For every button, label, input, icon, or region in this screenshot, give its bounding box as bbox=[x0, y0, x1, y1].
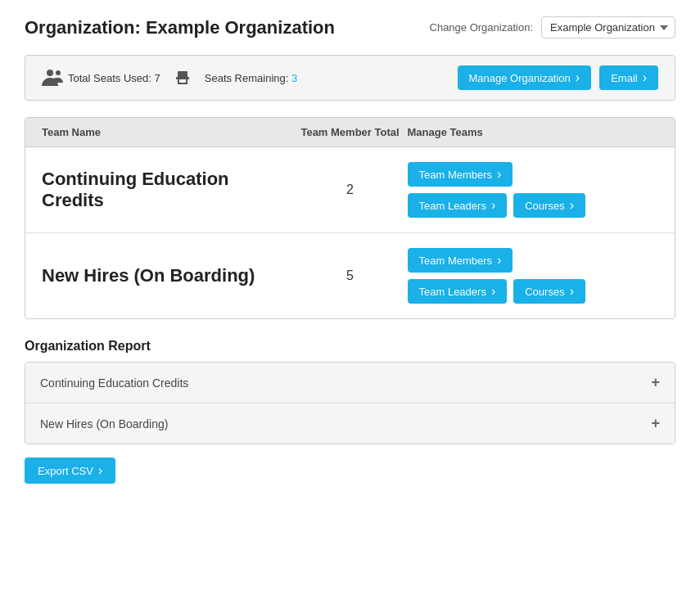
report-row-label-1: Continuing Education Credits bbox=[40, 376, 188, 390]
svg-rect-3 bbox=[176, 77, 189, 79]
report-accordion: Continuing Education Credits + New Hires… bbox=[25, 362, 675, 444]
team-leaders-btn-2[interactable]: Team Leaders bbox=[408, 279, 508, 304]
report-row-label-2: New Hires (On Boarding) bbox=[40, 417, 168, 430]
team-member-total-1: 2 bbox=[293, 183, 408, 197]
teams-table: Team Name Team Member Total Manage Teams… bbox=[25, 117, 675, 319]
team-manage-row-2: Team Leaders Courses bbox=[408, 279, 585, 304]
svg-rect-6 bbox=[178, 83, 187, 84]
change-org-area: Change Organization: Example Organizatio… bbox=[430, 16, 675, 38]
team-manage-btns-1: Team Members Team Leaders Courses bbox=[408, 162, 659, 218]
team-members-btn-2[interactable]: Team Members bbox=[408, 248, 513, 273]
page-title: Organization: Example Organization bbox=[25, 17, 335, 38]
export-csv-button[interactable]: Export CSV bbox=[25, 457, 115, 484]
chair-icon bbox=[174, 69, 192, 87]
total-seats-label: Total Seats Used: 7 bbox=[68, 72, 160, 84]
change-org-label: Change Organization: bbox=[430, 21, 533, 34]
org-report-title: Organization Report bbox=[25, 339, 675, 354]
report-row-1[interactable]: Continuing Education Credits + bbox=[25, 363, 675, 403]
stats-bar: Total Seats Used: 7 Seats Remaining: 3 M… bbox=[25, 55, 675, 101]
courses-btn-2[interactable]: Courses bbox=[513, 279, 585, 304]
svg-point-0 bbox=[47, 70, 53, 76]
stats-right: Manage Organization Email bbox=[458, 65, 658, 90]
col-manage-teams: Manage Teams bbox=[408, 126, 659, 138]
teams-table-header: Team Name Team Member Total Manage Teams bbox=[25, 118, 675, 147]
team-members-btn-1[interactable]: Team Members bbox=[408, 162, 513, 187]
stats-left: Total Seats Used: 7 Seats Remaining: 3 bbox=[42, 68, 297, 88]
expand-icon-2: + bbox=[651, 415, 660, 432]
email-button[interactable]: Email bbox=[599, 65, 658, 90]
org-report-section: Organization Report Continuing Education… bbox=[25, 339, 675, 484]
change-org-select[interactable]: Example Organization bbox=[541, 16, 675, 38]
people-icon bbox=[42, 68, 65, 88]
seats-remaining-label: Seats Remaining: 3 bbox=[205, 72, 297, 84]
manage-org-button[interactable]: Manage Organization bbox=[458, 65, 592, 90]
col-member-total: Team Member Total bbox=[293, 126, 408, 138]
svg-point-1 bbox=[56, 70, 61, 75]
expand-icon-1: + bbox=[651, 374, 660, 391]
page-header: Organization: Example Organization Chang… bbox=[25, 16, 675, 38]
team-leaders-btn-1[interactable]: Team Leaders bbox=[408, 193, 508, 218]
team-row: New Hires (On Boarding) 5 Team Members T… bbox=[25, 233, 675, 318]
team-manage-row-1: Team Leaders Courses bbox=[408, 193, 585, 218]
team-name-1: Continuing Education Credits bbox=[42, 169, 293, 211]
team-name-2: New Hires (On Boarding) bbox=[42, 265, 293, 286]
courses-btn-1[interactable]: Courses bbox=[513, 193, 585, 218]
team-row: Continuing Education Credits 2 Team Memb… bbox=[25, 147, 675, 233]
total-seats-icon-group: Total Seats Used: 7 bbox=[42, 68, 160, 88]
team-manage-btns-2: Team Members Team Leaders Courses bbox=[408, 248, 659, 304]
report-row-2[interactable]: New Hires (On Boarding) + bbox=[25, 403, 675, 444]
col-team-name: Team Name bbox=[42, 126, 293, 138]
team-member-total-2: 5 bbox=[293, 268, 408, 283]
seats-remaining-value: 3 bbox=[291, 72, 297, 84]
svg-rect-2 bbox=[178, 71, 187, 78]
